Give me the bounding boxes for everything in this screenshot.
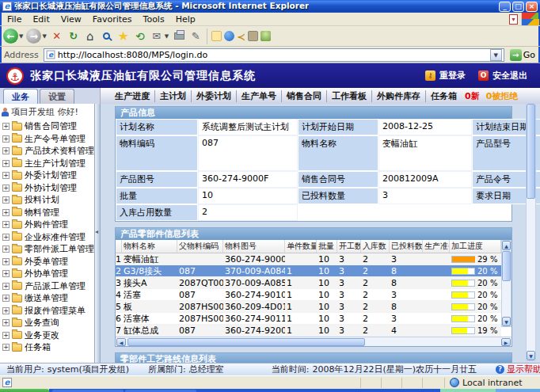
tree-item[interactable]: 外购件管理 [2, 219, 94, 231]
expand-icon[interactable] [2, 283, 10, 290]
tree-item[interactable]: 物料管理 [2, 207, 94, 219]
menu-item[interactable]: Edit [27, 13, 55, 25]
expand-icon[interactable] [2, 270, 10, 277]
tree-item[interactable]: 外委计划管理 [2, 169, 94, 182]
nav-item[interactable]: 任务箱 [425, 90, 462, 102]
tree-item[interactable]: 外协计划管理 [2, 182, 94, 195]
parts-table-hscrollbar[interactable]: ◀ ▶ [116, 337, 511, 346]
mail-icon[interactable]: ✉ [150, 29, 164, 44]
expand-icon[interactable] [2, 172, 10, 179]
col-header[interactable]: 入库数 [361, 240, 390, 253]
edit-icon[interactable]: ✎ [188, 29, 203, 44]
nav-item[interactable]: 销售合同 [281, 90, 326, 102]
expand-icon[interactable] [2, 307, 10, 314]
table-row[interactable]: 7 缸体总成 087 360-274-9200F 1 10 3 2 4 [116, 325, 501, 337]
nav-item[interactable]: 主计划 [154, 90, 191, 102]
expand-icon[interactable] [2, 245, 10, 253]
page-vscrollbar[interactable]: ▲ ▼ [526, 104, 536, 361]
menu-item[interactable]: Help [170, 13, 201, 25]
nav-item[interactable]: 生产单号 [236, 90, 281, 102]
address-url[interactable]: http://localhost:8080/MPS/login.do [58, 50, 207, 60]
expand-icon[interactable] [2, 221, 10, 228]
parts-table-vscrollbar[interactable]: ▲ ▼ [501, 240, 511, 327]
back-dropdown-icon[interactable]: ▼ [19, 33, 23, 40]
expand-icon[interactable] [2, 332, 10, 339]
messenger-icon[interactable] [224, 31, 234, 41]
close-button[interactable]: × [526, 2, 538, 12]
expand-icon[interactable] [2, 319, 10, 326]
logout-button[interactable]: O 安全退出 [478, 70, 527, 82]
nav-item[interactable]: 工作看板 [326, 90, 371, 102]
expand-icon[interactable] [2, 234, 10, 241]
expand-icon[interactable] [2, 123, 10, 130]
refresh-icon[interactable]: ↻ [67, 29, 81, 44]
scroll-left-icon[interactable]: ◀ [116, 338, 126, 346]
expand-icon[interactable] [2, 209, 10, 216]
table-row[interactable]: 6 活塞体 2087HS002 360-274-9011W 1 10 3 2 3 [116, 313, 501, 325]
expand-icon[interactable] [2, 135, 10, 143]
go-button[interactable]: → Go [508, 49, 538, 61]
start-button[interactable] [0, 389, 49, 392]
scroll-thumb[interactable] [527, 104, 535, 199]
nav-item[interactable]: 外购件库存 [371, 90, 425, 102]
print-icon[interactable] [172, 29, 186, 44]
tree-item[interactable]: 零部件派工单管理 [2, 243, 94, 256]
table-row[interactable]: 1 变幅油缸 360-274-9000F 10 3 2 3 [116, 253, 501, 265]
scroll-down-icon[interactable]: ▼ [502, 317, 511, 326]
col-header[interactable]: 物料图号 [223, 240, 285, 253]
media-icon[interactable]: ≺ [237, 31, 245, 41]
col-header[interactable]: 生产准备 [423, 240, 450, 253]
menu-item[interactable]: Favorites [87, 13, 138, 25]
col-header[interactable]: 批量 [317, 240, 337, 253]
tree-item[interactable]: 生产令号单管理 [2, 133, 94, 146]
tree-item[interactable]: 外协单管理 [2, 268, 94, 280]
expand-icon[interactable] [2, 160, 10, 167]
expand-icon[interactable] [2, 344, 10, 351]
tree-item[interactable]: 任务箱 [2, 341, 94, 354]
col-header[interactable]: 开工数 [337, 240, 361, 253]
tree-item[interactable]: 销售合同管理 [2, 120, 94, 133]
tree-item[interactable]: 缴送单管理 [2, 292, 94, 305]
notes-icon[interactable] [211, 31, 222, 41]
table-row[interactable]: 4 活塞 087 360-274-9010F 1 10 3 2 3 [116, 289, 501, 301]
tree-item[interactable]: 业务更改 [2, 329, 94, 342]
back-icon[interactable]: ← [3, 29, 18, 44]
tree-item[interactable]: 报废件管理菜单 [2, 305, 94, 318]
tree-item[interactable]: 外委单管理 [2, 256, 94, 268]
address-input[interactable]: e http://localhost:8080/MPS/login.do ▼ [44, 48, 504, 62]
nav-item[interactable]: 外委计划 [191, 90, 236, 102]
tab-business[interactable]: 业务 [3, 89, 38, 104]
tree-item[interactable]: 投料计划 [2, 194, 94, 207]
menu-item[interactable]: Tools [138, 13, 170, 25]
address-dropdown-icon[interactable]: ▼ [490, 49, 502, 61]
minimize-button[interactable]: _ [499, 2, 511, 12]
expand-icon[interactable] [2, 147, 10, 154]
table-row[interactable]: 2 G3/8接头 087 370-009-A0840 1 10 3 2 8 [116, 265, 501, 277]
expand-icon[interactable] [2, 258, 10, 265]
nav-item[interactable]: 生产进度 [110, 90, 154, 102]
expand-icon[interactable] [2, 196, 10, 204]
col-header[interactable]: 已投料数 [390, 240, 423, 253]
col-header[interactable]: 物料名称 [122, 240, 177, 253]
expand-icon[interactable] [2, 185, 10, 192]
sidebar-splitter[interactable] [95, 104, 101, 363]
stop-icon[interactable]: ✕ [50, 29, 64, 44]
tree-item[interactable]: 企业标准件管理 [2, 231, 94, 244]
find-icon[interactable] [248, 31, 258, 41]
mail-dropdown-icon[interactable]: ▼ [165, 33, 169, 40]
col-header[interactable]: 加工进度 [450, 240, 501, 253]
favorites-icon[interactable]: ★ [116, 29, 131, 44]
maximize-button[interactable]: □ [512, 2, 524, 12]
scroll-down-icon[interactable]: ▼ [527, 351, 535, 360]
history-icon[interactable]: ⟲ [133, 29, 147, 44]
tree-item[interactable]: 业务查询 [2, 317, 94, 329]
taskbox-rejected-badge[interactable]: 0被拒绝 [486, 90, 519, 102]
table-row[interactable]: 5 板 2087HS002 360-209-4D010 1 10 3 2 8 [116, 301, 501, 313]
search-icon[interactable] [100, 29, 114, 44]
home-icon[interactable]: ⌂ [83, 29, 97, 44]
forward-dropdown-icon[interactable]: ▼ [42, 33, 46, 40]
relogin-button[interactable]: ⚷ 重登录 [425, 70, 466, 82]
contacts-icon[interactable] [260, 31, 271, 41]
scroll-up-icon[interactable]: ▲ [502, 241, 511, 250]
col-header[interactable]: 单件数量 [285, 240, 317, 253]
